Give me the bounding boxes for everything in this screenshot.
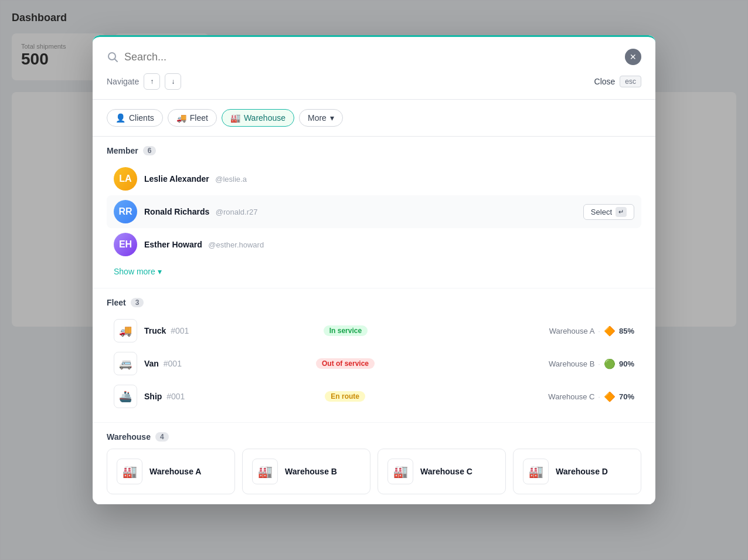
- clients-icon: 👤: [115, 113, 125, 123]
- progress-icon: 🟢: [604, 358, 616, 369]
- navigate-down-button[interactable]: ↓: [165, 73, 181, 90]
- fleet-percent: 90%: [619, 359, 634, 368]
- warehouse-section: Warehouse 4 🏭 Warehouse A 🏭 Warehouse B …: [93, 423, 655, 504]
- fleet-percent: 85%: [619, 327, 634, 335]
- warehouse-card-c[interactable]: 🏭 Warehouse C: [378, 449, 506, 494]
- warehouse-d-name: Warehouse D: [556, 467, 608, 476]
- fleet-warehouse: Warehouse A: [549, 327, 595, 335]
- warehouse-section-title: Warehouse: [107, 432, 151, 442]
- warehouse-b-name: Warehouse B: [285, 467, 337, 476]
- fleet-percent: 70%: [619, 392, 634, 401]
- fleet-item-number: #001: [171, 326, 189, 335]
- search-clear-button[interactable]: ✕: [625, 49, 641, 65]
- close-label: Close: [594, 77, 616, 86]
- warehouse-grid: 🏭 Warehouse A 🏭 Warehouse B 🏭 Warehouse …: [107, 449, 641, 494]
- warehouse-b-icon: 🏭: [252, 459, 278, 484]
- search-header: ✕ Navigate ↑ ↓ Close esc: [93, 35, 655, 100]
- search-modal: ✕ Navigate ↑ ↓ Close esc 👤 Clients: [93, 35, 655, 504]
- van-icon: 🚐: [114, 352, 137, 375]
- member-name: Esther Howard: [144, 240, 202, 249]
- status-badge: Out of service: [316, 358, 375, 369]
- fleet-icon: 🚚: [176, 113, 186, 123]
- warehouse-d-icon: 🏭: [523, 459, 549, 484]
- dot-separator: ·: [598, 392, 600, 401]
- warehouse-icon: 🏭: [230, 113, 240, 123]
- warehouse-c-name: Warehouse C: [420, 467, 472, 476]
- warehouse-count-badge: 4: [155, 432, 169, 442]
- status-badge: En route: [325, 391, 365, 402]
- tab-clients[interactable]: 👤 Clients: [107, 109, 163, 127]
- modal-overlay: ✕ Navigate ↑ ↓ Close esc 👤 Clients: [0, 0, 748, 560]
- fleet-item-name: Ship #001: [144, 392, 313, 401]
- fleet-item-number: #001: [164, 359, 182, 368]
- fleet-row[interactable]: 🚚 Truck #001 In service Warehouse A · 🔶 …: [107, 314, 641, 347]
- tab-clients-label: Clients: [129, 113, 154, 123]
- svg-point-0: [108, 53, 115, 60]
- navigate-label: Navigate: [107, 77, 139, 86]
- fleet-warehouse: Warehouse C: [548, 392, 594, 401]
- members-section: Member 6 LA Leslie Alexander @leslie.a R…: [93, 137, 655, 289]
- fleet-row[interactable]: 🚐 Van #001 Out of service Warehouse B · …: [107, 347, 641, 380]
- select-label: Select: [591, 208, 612, 216]
- dot-separator: ·: [598, 327, 600, 335]
- progress-icon: 🔶: [604, 391, 616, 402]
- show-more-chevron-icon: ▾: [158, 267, 162, 276]
- truck-icon: 🚚: [114, 319, 137, 342]
- tab-warehouse[interactable]: 🏭 Warehouse: [222, 109, 294, 127]
- tab-fleet[interactable]: 🚚 Fleet: [168, 109, 217, 127]
- results-area: Member 6 LA Leslie Alexander @leslie.a R…: [93, 137, 655, 504]
- warehouse-card-b[interactable]: 🏭 Warehouse B: [242, 449, 370, 494]
- warehouse-card-a[interactable]: 🏭 Warehouse A: [107, 449, 235, 494]
- member-handle: @ronald.r27: [216, 208, 258, 216]
- filter-tabs: 👤 Clients 🚚 Fleet 🏭 Warehouse More ▾: [93, 100, 655, 137]
- warehouse-c-icon: 🏭: [387, 459, 413, 484]
- fleet-section: Fleet 3 🚚 Truck #001 In service Warehous…: [93, 289, 655, 423]
- tab-more-label: More: [308, 113, 327, 123]
- show-more-label: Show more: [114, 267, 155, 276]
- member-row[interactable]: LA Leslie Alexander @leslie.a: [107, 162, 641, 195]
- fleet-section-title: Fleet: [107, 298, 126, 307]
- fleet-item-name: Truck #001: [144, 326, 312, 335]
- fleet-item-name: Van #001: [144, 359, 304, 368]
- tab-more[interactable]: More ▾: [299, 109, 343, 127]
- tab-warehouse-label: Warehouse: [244, 113, 285, 123]
- fleet-row[interactable]: 🚢 Ship #001 En route Warehouse C · 🔶 70%: [107, 380, 641, 413]
- dot-separator: ·: [598, 359, 600, 368]
- warehouse-card-d[interactable]: 🏭 Warehouse D: [513, 449, 641, 494]
- show-more-button[interactable]: Show more ▾: [107, 264, 169, 279]
- members-section-title: Member: [107, 146, 138, 155]
- avatar: RR: [114, 200, 137, 223]
- select-button[interactable]: Select ↵: [583, 204, 634, 220]
- fleet-item-number: #001: [166, 392, 185, 401]
- warehouse-a-name: Warehouse A: [149, 467, 201, 476]
- search-input[interactable]: [124, 51, 619, 63]
- enter-icon: ↵: [616, 207, 627, 217]
- tab-fleet-label: Fleet: [190, 113, 208, 123]
- member-row[interactable]: RR Ronald Richards @ronald.r27 Select ↵: [107, 195, 641, 228]
- member-name: Ronald Richards: [144, 207, 209, 216]
- fleet-warehouse: Warehouse B: [549, 359, 594, 368]
- warehouse-a-icon: 🏭: [117, 459, 142, 484]
- member-handle: @leslie.a: [215, 175, 247, 184]
- ship-icon: 🚢: [114, 385, 137, 408]
- search-icon: [107, 51, 118, 63]
- avatar: LA: [114, 167, 137, 191]
- member-row[interactable]: EH Esther Howard @esther.howard: [107, 228, 641, 261]
- status-badge: In service: [324, 325, 368, 336]
- more-chevron-icon: ▾: [330, 113, 334, 123]
- fleet-count-badge: 3: [131, 298, 144, 307]
- members-count-badge: 6: [143, 146, 157, 155]
- member-name: Leslie Alexander: [144, 174, 209, 184]
- navigate-up-button[interactable]: ↑: [144, 73, 160, 90]
- member-handle: @esther.howard: [208, 240, 264, 249]
- avatar: EH: [114, 233, 137, 256]
- progress-icon: 🔶: [604, 325, 616, 337]
- esc-badge: esc: [620, 76, 641, 87]
